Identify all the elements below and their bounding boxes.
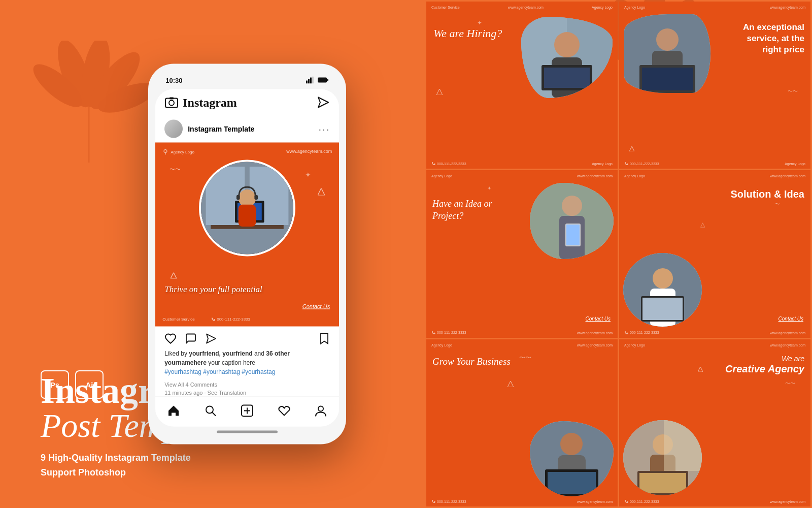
ig-header: Instagram — [155, 89, 339, 116]
card-footer-1: 000-111-222-3333 — [431, 162, 466, 166]
card-header-3: Agency Logo www.agencyteam.com — [426, 170, 618, 180]
card-header-1: Customer Service www.agencyteam.com Agen… — [426, 2, 618, 11]
card-1-photo-svg — [521, 17, 613, 98]
template-card-2: Agency Logo www.agencyteam.com An except… — [619, 2, 810, 169]
svg-marker-22 — [171, 273, 177, 279]
deco-3: 〜〜 — [788, 88, 798, 95]
home-icon[interactable] — [167, 404, 180, 418]
card-website-4: www.agencyteam.com — [770, 331, 805, 335]
svg-point-18 — [169, 101, 174, 106]
card-3-photo-svg — [530, 183, 614, 259]
card-header-6: Agency Logo www.agencyteam.com — [619, 339, 810, 349]
ig-post-image: Agency Logo www.agencyteam.com 〜〜 — [155, 143, 339, 327]
post-website: www.agencyteam.com — [286, 149, 332, 154]
svg-point-20 — [164, 150, 167, 153]
signal-icon — [306, 77, 315, 84]
ig-user-row[interactable]: Instagram Template ··· — [155, 116, 339, 143]
ig-actions — [155, 327, 339, 349]
svg-point-48 — [656, 28, 679, 51]
phone-status-icons — [306, 77, 329, 84]
template-card-1: Customer Service www.agencyteam.com Agen… — [426, 2, 618, 169]
svg-rect-13 — [310, 78, 312, 84]
deco-2 — [436, 88, 443, 97]
svg-rect-57 — [566, 225, 580, 245]
svg-rect-51 — [642, 68, 693, 90]
like-icon[interactable] — [164, 333, 177, 345]
svg-rect-74 — [664, 420, 702, 471]
phone-icon-3 — [431, 331, 435, 335]
svg-marker-68 — [507, 381, 514, 387]
card-2-headline: An exceptional service, at the right pri… — [733, 22, 804, 55]
card-website-5: www.agencyteam.com — [577, 500, 613, 503]
phone-home-bar — [217, 431, 278, 433]
svg-point-54 — [562, 196, 582, 216]
deco-11 — [698, 365, 703, 374]
search-nav-icon[interactable] — [204, 404, 217, 418]
svg-rect-30 — [239, 205, 256, 227]
card-6-photo-svg — [623, 420, 702, 495]
phone-icon-4 — [624, 331, 628, 335]
office-scene-svg — [201, 160, 293, 257]
card-4-contact: Contact Us — [779, 316, 803, 322]
left-section: Ps Ai Instagram Post Template 9 High-Qua… — [0, 0, 426, 508]
ig-actions-left — [164, 333, 217, 345]
add-icon[interactable] — [241, 404, 254, 418]
deco-squiggle-1: 〜〜 — [170, 166, 181, 173]
card-5-headline: Grow Your Business — [432, 356, 511, 368]
like-nav-icon[interactable] — [278, 404, 291, 418]
post-photo-content — [201, 162, 293, 255]
card-3-contact: Contact Us — [586, 316, 611, 322]
phone-icon-6 — [624, 499, 628, 503]
template-grid: Customer Service www.agencyteam.com Agen… — [426, 0, 812, 508]
template-card-3: Agency Logo www.agencyteam.com Have an I… — [426, 170, 618, 337]
deco-6: △ — [700, 221, 705, 228]
phone-icon — [211, 317, 215, 321]
svg-point-29 — [239, 189, 256, 207]
card-5-photo — [530, 421, 614, 496]
template-card-4: Agency Logo www.agencyteam.com Solution … — [619, 170, 810, 337]
svg-rect-14 — [312, 77, 314, 84]
card-3-photo — [530, 183, 614, 259]
card-1-photo — [521, 17, 613, 98]
subtitle: 9 High-Quality Instagram Template Suppor… — [41, 451, 230, 480]
svg-rect-45 — [544, 68, 590, 88]
template-card-5: Agency Logo www.agencyteam.com Grow Your… — [426, 339, 618, 506]
deco-1: ✦ — [477, 19, 482, 26]
ig-time: 11 minutes ago · See Translation — [155, 389, 339, 397]
svg-point-38 — [318, 406, 323, 411]
svg-marker-46 — [436, 89, 443, 95]
ig-username: Instagram Template — [188, 125, 254, 133]
template-card-6: Agency Logo www.agencyteam.com We are — [619, 339, 810, 506]
card-website-6: www.agencyteam.com — [770, 500, 805, 503]
phone-frame: 10:30 — [148, 64, 346, 444]
ig-avatar — [164, 120, 183, 138]
svg-rect-73 — [639, 473, 686, 493]
share-icon[interactable] — [205, 333, 217, 345]
bookmark-icon[interactable] — [319, 333, 330, 345]
deco-9 — [507, 380, 514, 389]
ig-comments[interactable]: View All 4 Comments — [155, 380, 339, 389]
card-footer-2: 000-111-222-3333 — [624, 162, 659, 166]
ig-bottom-nav — [155, 397, 339, 427]
deco-7: 〜 — [775, 201, 780, 208]
user-info: Instagram Template — [164, 120, 254, 138]
card-header-2: Agency Logo www.agencyteam.com — [619, 2, 810, 11]
svg-marker-21 — [318, 188, 325, 196]
comment-icon[interactable] — [185, 333, 197, 345]
location-icon — [162, 149, 168, 155]
card-footer-5: 000-111-222-3333 — [431, 499, 466, 503]
camera-icon — [164, 96, 179, 110]
phone-status-bar: 10:30 — [155, 71, 339, 89]
more-options-icon[interactable]: ··· — [319, 123, 330, 135]
post-circle-photo — [199, 160, 295, 257]
deco-triangle-1 — [318, 188, 325, 198]
phone-time: 10:30 — [165, 76, 182, 84]
svg-rect-67 — [548, 472, 596, 494]
svg-marker-52 — [629, 146, 634, 151]
svg-rect-12 — [308, 79, 310, 84]
svg-marker-75 — [698, 367, 703, 372]
svg-rect-17 — [165, 99, 178, 108]
profile-nav-icon[interactable] — [314, 404, 327, 418]
card-2-photo-svg — [624, 14, 710, 93]
svg-rect-19 — [170, 98, 174, 100]
